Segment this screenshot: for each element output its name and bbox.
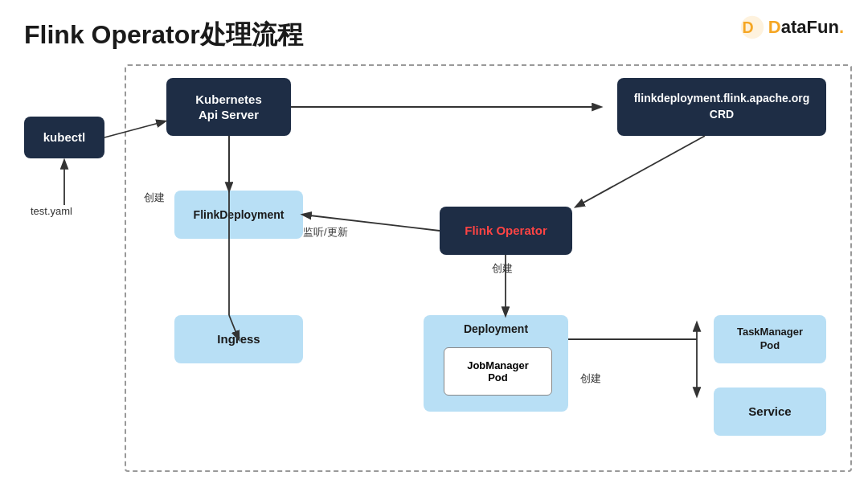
kubectl-node: kubectl <box>24 117 104 158</box>
service-node: Service <box>714 388 826 436</box>
taskmanager-pod-node: TaskManager Pod <box>714 315 826 363</box>
label-create-below: 创建 <box>492 261 513 276</box>
main-diagram-container: Kubernetes Api Server flinkdeployment.fl… <box>125 64 852 472</box>
flink-operator-node: Flink Operator <box>440 207 572 255</box>
label-create-right: 创建 <box>580 371 601 386</box>
test-yaml-label: test.yaml <box>31 205 72 217</box>
label-watch-update: 监听/更新 <box>303 225 348 240</box>
svg-line-6 <box>576 136 705 207</box>
jobmanager-pod-node: JobManager Pod <box>444 347 552 396</box>
page-title: Flink Operator处理流程 <box>24 18 303 53</box>
ingress-node: Ingress <box>174 315 303 363</box>
crd-node: flinkdeployment.flink.apache.org CRD <box>617 78 826 136</box>
datafun-logo: D DataFun. <box>739 14 844 40</box>
k8s-api-node: Kubernetes Api Server <box>166 78 291 136</box>
label-create-left: 创建 <box>144 191 165 205</box>
svg-text:D: D <box>742 18 753 36</box>
flink-deployment-node: FlinkDeployment <box>174 191 303 239</box>
logo-text: DataFun. <box>768 17 844 38</box>
